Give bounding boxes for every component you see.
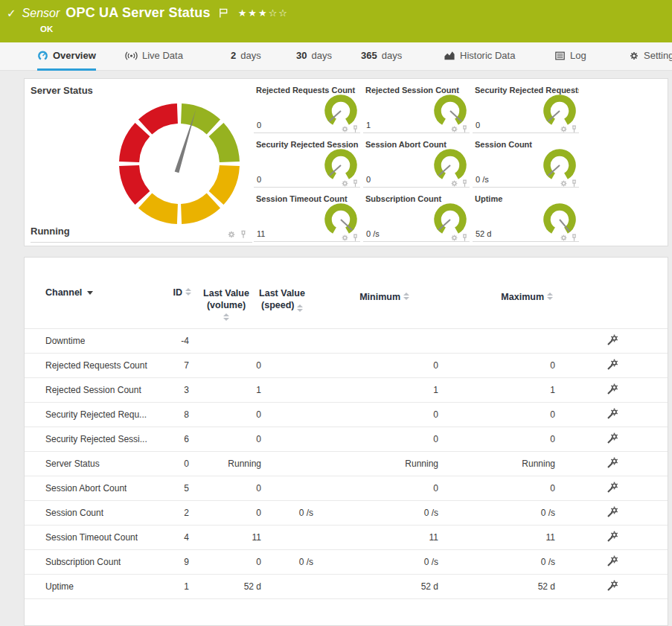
cell-last-value-volume: 11 — [187, 532, 261, 543]
cell-maximum: 52 d — [481, 581, 555, 592]
tab-bar: OverviewLive Data2days30days365daysHisto… — [0, 42, 672, 71]
mini-gauge-value: 0 — [257, 175, 261, 184]
table-row[interactable]: Server Status 0 Running Running Running — [25, 451, 668, 476]
channel-settings-icon[interactable] — [601, 383, 622, 398]
pin-icon[interactable] — [351, 177, 359, 191]
star-empty-icon[interactable]: ☆ — [278, 7, 289, 19]
cell-id: 6 — [136, 434, 189, 444]
column-header-maximum[interactable]: Maximum — [455, 292, 544, 302]
star-filled-icon[interactable]: ★ — [238, 7, 249, 19]
channel-settings-icon[interactable] — [601, 457, 622, 472]
column-label: Last Value — [248, 287, 316, 299]
mini-gauge-security-rejected-requests-c: Security Rejected Requests C... 0 — [475, 84, 579, 135]
pin-icon[interactable] — [239, 229, 248, 242]
pin-icon[interactable] — [461, 231, 469, 245]
gear-icon[interactable] — [341, 231, 349, 245]
star-filled-icon[interactable]: ★ — [258, 7, 269, 19]
table-row[interactable]: Uptime 1 52 d 52 d 52 d — [25, 574, 668, 598]
pin-icon[interactable] — [570, 231, 578, 245]
gear-icon[interactable] — [227, 229, 236, 242]
mini-gauge-value: 0 — [257, 121, 261, 130]
cell-id: 3 — [136, 385, 189, 395]
gear-icon[interactable] — [560, 231, 568, 245]
star-empty-icon[interactable]: ☆ — [269, 7, 279, 19]
table-row[interactable]: Session Count 2 0 0 /s 0 /s 0 /s — [25, 500, 668, 525]
tab-label: Historic Data — [460, 50, 515, 61]
pin-icon[interactable] — [570, 177, 578, 191]
column-header-last-value-speed[interactable]: Last Value (speed) — [248, 287, 316, 312]
table-row[interactable]: Subscription Count 9 0 0 /s 0 /s 0 /s — [25, 549, 668, 574]
cell-channel: Downtime — [45, 336, 85, 346]
tab-days[interactable]: 365days — [361, 42, 402, 68]
gear-icon[interactable] — [341, 123, 349, 136]
tab-overview[interactable]: Overview — [37, 42, 96, 71]
table-row[interactable]: Rejected Requests Count 7 0 0 0 — [25, 353, 668, 377]
mini-gauge-value: 52 d — [476, 229, 491, 238]
channel-settings-icon[interactable] — [601, 334, 622, 349]
channel-settings-icon[interactable] — [601, 408, 622, 423]
column-label: Channel — [45, 287, 82, 298]
table-row[interactable]: Session Timeout Count 4 11 11 11 — [25, 525, 668, 549]
tab-days[interactable]: 2days — [231, 42, 261, 68]
table-row[interactable]: Security Rejected Sessi... 6 0 0 0 — [25, 427, 668, 451]
flag-icon[interactable] — [218, 7, 229, 19]
channel-settings-icon[interactable] — [601, 531, 622, 546]
channel-settings-icon[interactable] — [601, 555, 622, 570]
gear-icon[interactable] — [450, 177, 458, 191]
channel-settings-icon[interactable] — [601, 482, 622, 496]
tab-historic-data[interactable]: Historic Data — [444, 42, 515, 68]
cell-channel: Uptime — [45, 581, 74, 592]
tab-settings[interactable]: Settings — [629, 42, 672, 68]
cell-minimum: 1 — [364, 385, 438, 395]
channel-settings-icon[interactable] — [601, 359, 622, 374]
column-label: ID — [173, 287, 183, 298]
cell-channel: Rejected Requests Count — [45, 360, 147, 371]
mini-gauge-value: 11 — [257, 229, 265, 238]
table-row[interactable]: Security Rejected Requ... 8 0 0 0 — [25, 402, 668, 427]
priority-stars[interactable]: ★★★☆☆ — [238, 7, 289, 19]
gear-icon[interactable] — [560, 177, 568, 191]
channel-settings-icon[interactable] — [601, 506, 622, 521]
tab-days[interactable]: 30days — [296, 42, 332, 68]
gear-icon[interactable] — [450, 231, 458, 245]
sort-arrows-icon — [223, 313, 229, 321]
primary-gauge-value: Running — [31, 226, 70, 237]
cell-minimum: 0 — [364, 409, 438, 420]
divider — [254, 187, 360, 188]
server-status-gauge — [105, 88, 254, 240]
cell-maximum: 0 — [481, 409, 555, 420]
channel-settings-icon[interactable] — [601, 580, 622, 595]
tab-label: days — [382, 50, 402, 61]
gear-icon[interactable] — [341, 177, 349, 191]
column-header-minimum[interactable]: Minimum — [311, 292, 400, 302]
star-filled-icon[interactable]: ★ — [248, 7, 258, 19]
gauge-icon — [37, 50, 48, 61]
gear-icon[interactable] — [450, 123, 458, 136]
pin-icon[interactable] — [570, 123, 578, 136]
tab-log[interactable]: Log — [554, 42, 586, 68]
table-row[interactable]: Rejected Session Count 3 1 1 1 — [25, 377, 668, 402]
pin-icon[interactable] — [351, 231, 359, 245]
log-icon — [554, 51, 566, 61]
pin-icon[interactable] — [461, 177, 469, 191]
cell-channel: Session Abort Count — [45, 483, 127, 494]
sort-caret-down-icon — [87, 291, 93, 295]
sort-arrows-icon — [547, 293, 553, 300]
gear-icon[interactable] — [560, 123, 568, 136]
mini-gauge-uptime: Uptime 52 d — [475, 193, 579, 243]
table-row[interactable]: Session Abort Count 5 0 0 0 — [25, 476, 668, 500]
cell-minimum: 11 — [364, 532, 438, 543]
mini-gauge-value: 0 — [366, 175, 371, 184]
column-header-channel[interactable]: Channel — [45, 287, 93, 298]
tab-live-data[interactable]: Live Data — [125, 42, 183, 68]
column-header-id[interactable]: ID — [136, 287, 182, 298]
pin-icon[interactable] — [461, 123, 469, 136]
table-row[interactable]: Downtime -4 — [25, 328, 668, 353]
cell-last-value-volume: 52 d — [187, 581, 261, 592]
cell-maximum: 0 — [481, 434, 555, 444]
column-label: Maximum — [501, 292, 544, 302]
channel-settings-icon[interactable] — [601, 432, 622, 447]
pin-icon[interactable] — [351, 123, 359, 136]
cell-channel: Subscription Count — [45, 557, 121, 567]
cell-minimum: 0 — [364, 434, 438, 444]
